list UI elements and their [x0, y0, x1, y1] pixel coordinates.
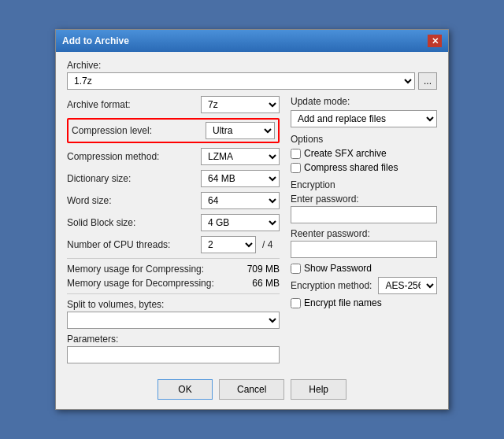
- browse-button[interactable]: ...: [418, 72, 437, 90]
- encrypt-filenames-row: Encrypt file names: [291, 297, 437, 308]
- enter-password-label: Enter password:: [291, 194, 437, 205]
- solid-block-select[interactable]: 4 GB: [201, 214, 280, 231]
- split-section: Split to volumes, bytes:: [67, 299, 280, 329]
- compression-level-row: Compression level: Ultra: [67, 118, 280, 143]
- compression-level-select[interactable]: Ultra: [206, 122, 275, 139]
- divider2: [67, 293, 280, 294]
- encryption-method-select[interactable]: AES-256: [378, 277, 437, 294]
- dialog-body: Archive: 1.7z ... Archive format: 7z: [56, 52, 448, 371]
- help-button[interactable]: Help: [291, 379, 346, 400]
- show-password-label: Show Password: [304, 263, 372, 274]
- cpu-threads-row: Number of CPU threads: 2 / 4: [67, 236, 280, 253]
- split-select[interactable]: [67, 312, 280, 329]
- memory-compress-value: 709 MB: [232, 264, 280, 275]
- archive-select[interactable]: 1.7z: [67, 72, 415, 90]
- left-column: Archive format: 7z Compression level: Ul…: [67, 96, 280, 363]
- split-input-row: [67, 312, 280, 329]
- cancel-button[interactable]: Cancel: [219, 379, 284, 400]
- encryption-method-row: Encryption method: AES-256: [291, 277, 437, 294]
- dialog-title: Add to Archive: [62, 35, 129, 46]
- encryption-title: Encryption: [291, 179, 437, 190]
- memory-compress-row: Memory usage for Compressing: 709 MB: [67, 264, 280, 275]
- compression-method-select[interactable]: LZMA: [201, 148, 280, 165]
- update-mode-section: Update mode: Add and replace files: [291, 96, 437, 127]
- parameters-label: Parameters:: [67, 334, 280, 345]
- right-column: Update mode: Add and replace files Optio…: [291, 96, 437, 363]
- show-password-checkbox[interactable]: [291, 264, 301, 274]
- ok-button[interactable]: OK: [158, 379, 213, 400]
- encrypt-filenames-label: Encrypt file names: [304, 297, 382, 308]
- dictionary-size-label: Dictionary size:: [67, 173, 201, 184]
- split-label: Split to volumes, bytes:: [67, 299, 280, 310]
- memory-decompress-label: Memory usage for Decompressing:: [67, 278, 232, 289]
- word-size-control: 64: [201, 192, 280, 209]
- create-sfx-checkbox[interactable]: [291, 149, 301, 159]
- encryption-section: Encryption Enter password: Reenter passw…: [291, 179, 437, 308]
- archive-format-label: Archive format:: [67, 99, 201, 110]
- memory-decompress-value: 66 MB: [232, 278, 280, 289]
- buttons-row: OK Cancel Help: [56, 371, 448, 409]
- two-col-layout: Archive format: 7z Compression level: Ul…: [67, 96, 437, 363]
- parameters-section: Parameters:: [67, 334, 280, 363]
- create-sfx-label: Create SFX archive: [304, 148, 387, 159]
- options-title: Options: [291, 134, 437, 145]
- add-to-archive-dialog: Add to Archive ✕ Archive: 1.7z ... Archi…: [55, 29, 449, 410]
- archive-label: Archive:: [67, 60, 437, 71]
- enter-password-input[interactable]: [291, 206, 437, 223]
- solid-block-control: 4 GB: [201, 214, 280, 231]
- compress-shared-checkbox[interactable]: [291, 163, 301, 173]
- archive-format-row: Archive format: 7z: [67, 96, 280, 113]
- reenter-password-input[interactable]: [291, 241, 437, 258]
- memory-decompress-row: Memory usage for Decompressing: 66 MB: [67, 278, 280, 289]
- compress-shared-label: Compress shared files: [304, 162, 398, 173]
- word-size-select[interactable]: 64: [201, 192, 280, 209]
- archive-format-select[interactable]: 7z: [201, 96, 280, 113]
- parameters-input[interactable]: [67, 346, 280, 363]
- word-size-row: Word size: 64: [67, 192, 280, 209]
- compression-level-label: Compression level:: [72, 125, 206, 136]
- compression-method-label: Compression method:: [67, 151, 201, 162]
- show-password-row: Show Password: [291, 263, 437, 274]
- reenter-password-label: Reenter password:: [291, 228, 437, 239]
- dictionary-size-row: Dictionary size: 64 MB: [67, 170, 280, 187]
- memory-compress-label: Memory usage for Compressing:: [67, 264, 232, 275]
- archive-format-control: 7z: [201, 96, 280, 113]
- title-bar: Add to Archive ✕: [56, 30, 448, 52]
- compression-method-row: Compression method: LZMA: [67, 148, 280, 165]
- options-section: Options Create SFX archive Compress shar…: [291, 134, 437, 173]
- close-button[interactable]: ✕: [428, 35, 442, 47]
- solid-block-row: Solid Block size: 4 GB: [67, 214, 280, 231]
- cpu-threads-select[interactable]: 2: [201, 236, 256, 253]
- solid-block-label: Solid Block size:: [67, 217, 201, 228]
- dictionary-size-control: 64 MB: [201, 170, 280, 187]
- encryption-method-label: Encryption method:: [291, 280, 372, 291]
- cpu-threads-total: / 4: [262, 239, 272, 250]
- dictionary-size-select[interactable]: 64 MB: [201, 170, 280, 187]
- create-sfx-row: Create SFX archive: [291, 148, 437, 159]
- update-mode-select[interactable]: Add and replace files: [291, 110, 437, 127]
- archive-input-row: 1.7z ...: [67, 72, 437, 90]
- compress-shared-row: Compress shared files: [291, 162, 437, 173]
- divider: [67, 258, 280, 259]
- update-mode-label: Update mode:: [291, 96, 437, 107]
- encrypt-filenames-checkbox[interactable]: [291, 298, 301, 308]
- word-size-label: Word size:: [67, 195, 201, 206]
- archive-row: Archive: 1.7z ...: [67, 60, 437, 90]
- compression-level-control: Ultra: [206, 122, 275, 139]
- compression-method-control: LZMA: [201, 148, 280, 165]
- cpu-threads-label: Number of CPU threads:: [67, 239, 201, 250]
